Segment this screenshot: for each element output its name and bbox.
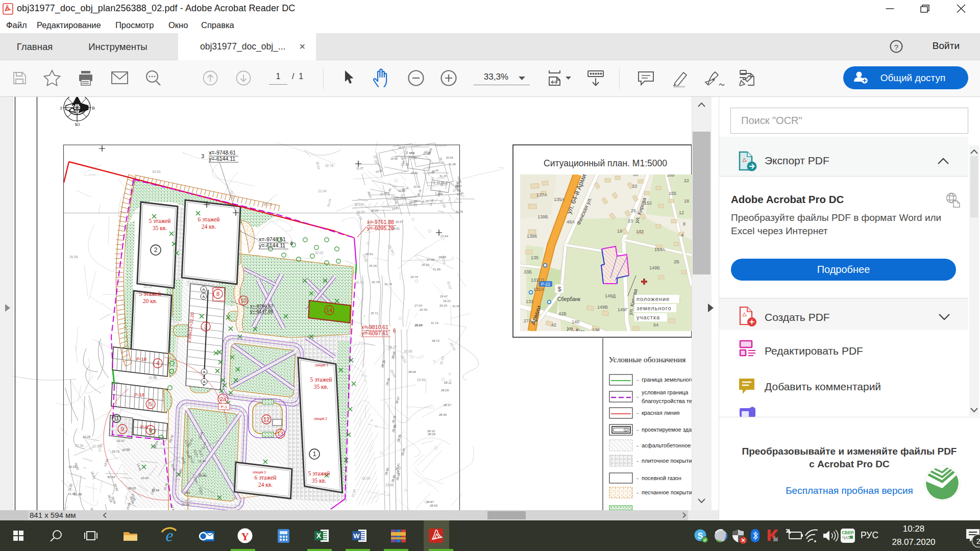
svg-text:ЧАТ: ЧАТ <box>842 535 850 540</box>
svg-text:X: X <box>316 532 322 540</box>
svg-text:W: W <box>353 532 360 540</box>
svg-text:2: 2 <box>976 537 980 545</box>
svg-text:СБЕР: СБЕР <box>842 530 854 535</box>
svg-text:?: ? <box>894 43 898 52</box>
svg-text:Y: Y <box>241 531 249 543</box>
